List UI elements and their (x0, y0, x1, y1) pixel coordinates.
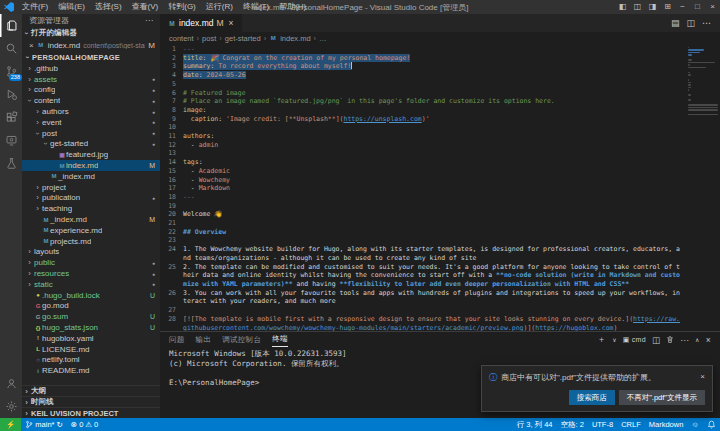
editor-line[interactable]: 4date: 2024-05-26 (160, 71, 686, 80)
editor-line[interactable]: 12 - admin (160, 141, 686, 150)
tree-item[interactable]: ›teaching (22, 203, 160, 214)
tree-item[interactable]: Ggo.sumU (22, 311, 160, 322)
editor-line[interactable]: 7# Place an image named `featured.jpg/pn… (160, 97, 686, 106)
editor-line[interactable]: 22## Overview (160, 228, 686, 237)
open-editors-section[interactable]: › 打开的编辑器 (22, 27, 160, 39)
editor-line[interactable]: 11authors: (160, 132, 686, 141)
tree-item[interactable]: ›.github (22, 63, 160, 74)
menu-item[interactable]: 运行(R) (201, 0, 238, 14)
menu-item[interactable]: 转到(G) (163, 0, 201, 14)
tab-index-md[interactable]: M index.md M × (160, 14, 242, 32)
tree-item[interactable]: ›public● (22, 257, 160, 268)
breadcrumb[interactable]: content›post›get-started›Mindex.md›… (160, 32, 720, 44)
editor-line[interactable]: 5 (160, 80, 686, 89)
minimap[interactable] (686, 44, 720, 331)
editor-line[interactable]: 15 - Academic (160, 167, 686, 176)
editor-line[interactable]: 1--- (160, 45, 686, 54)
tree-item[interactable]: !hugoblox.yaml (22, 333, 160, 344)
maximize-panel-icon[interactable]: ∧ (695, 336, 700, 343)
editor-line[interactable]: 252. The template can be modified and cu… (160, 263, 686, 289)
more-actions-icon[interactable]: ⋯ (145, 16, 153, 25)
explorer-icon[interactable] (0, 14, 22, 37)
menu-item[interactable]: 选择(S) (90, 0, 127, 14)
tree-item[interactable]: ›layouts (22, 247, 160, 258)
split-terminal-icon[interactable]: ◫ (652, 335, 660, 345)
tree-item[interactable]: Mindex.mdM (22, 160, 160, 171)
run-and-debug-icon[interactable] (0, 83, 22, 106)
tree-item[interactable]: M_index.mdM (22, 214, 160, 225)
search-icon[interactable] (0, 37, 22, 60)
account-icon[interactable] (0, 372, 22, 395)
split-editor-icon[interactable]: ◫ (686, 18, 695, 28)
terminal-instance[interactable]: ▣ cmd (623, 336, 646, 344)
editor-line[interactable]: 18--- (160, 193, 686, 202)
editor-line[interactable]: 14tags: (160, 158, 686, 167)
panel-tab-输出[interactable]: 输出 (196, 332, 212, 347)
breadcrumb-item[interactable]: get-started (225, 34, 261, 43)
tree-item[interactable]: ›content● (22, 95, 160, 106)
tree-item[interactable]: M_index.md (22, 171, 160, 182)
close-icon[interactable]: × (229, 18, 234, 28)
tree-item[interactable]: Mprojects.md (22, 236, 160, 247)
editor-line[interactable]: 3summary: To record everything about mys… (160, 62, 686, 71)
toggle-panel-icon[interactable]: ◫ (630, 0, 645, 14)
editor-line[interactable]: 27 (160, 306, 686, 315)
tree-item[interactable]: ›project (22, 182, 160, 193)
close-icon[interactable]: × (29, 41, 34, 50)
breadcrumb-item[interactable]: … (319, 34, 327, 43)
tree-item[interactable]: ›config● (22, 85, 160, 96)
breadcrumb-item[interactable]: index.md (280, 34, 310, 43)
menu-item[interactable]: 编辑(E) (53, 0, 90, 14)
close-icon[interactable]: × (705, 0, 720, 14)
tree-item[interactable]: Mexperience.md (22, 225, 160, 236)
notifications-bell-icon[interactable] (703, 418, 720, 431)
new-terminal-icon[interactable]: ＋ (597, 334, 606, 346)
tree-item[interactable]: ›static● (22, 279, 160, 290)
tree-item[interactable]: ›event● (22, 117, 160, 128)
editor-line[interactable]: 16 - Wowchemy (160, 176, 686, 185)
git-branch-status[interactable]: main* ↻ (21, 418, 66, 431)
customize-layout-icon[interactable]: ⊞ (660, 0, 675, 14)
panel-tab-终端[interactable]: 终端 (272, 332, 288, 347)
remote-explorer-icon[interactable] (0, 129, 22, 152)
toggle-secondary-sidebar-icon[interactable]: ◨ (645, 0, 660, 14)
source-control-icon[interactable]: 238 (0, 60, 22, 83)
tree-item[interactable]: ›get-started● (22, 139, 160, 150)
tree-item[interactable]: ●.hugo_build.lockU (22, 290, 160, 301)
settings-gear-icon[interactable] (0, 395, 22, 418)
open-preview-icon[interactable]: ▤ (671, 18, 680, 28)
indentation[interactable]: 空格: 2 (557, 418, 588, 431)
editor-line[interactable]: 23 (160, 236, 686, 245)
tree-item[interactable]: ○netlify.toml (22, 355, 160, 366)
editor-line[interactable]: 13 (160, 149, 686, 158)
minimize-icon[interactable]: − (675, 0, 690, 14)
trash-icon[interactable] (666, 335, 674, 344)
panel-tab-调试控制台[interactable]: 调试控制台 (222, 332, 261, 347)
tree-item[interactable]: ›resources● (22, 268, 160, 279)
cursor-position[interactable]: 行 3, 列 44 (513, 418, 557, 431)
editor-line[interactable]: 19 (160, 202, 686, 211)
tree-item[interactable]: ▣featured.jpg (22, 149, 160, 160)
editor-line[interactable]: 9 caption: 'Image credit: [**Unsplash**]… (160, 115, 686, 124)
menu-item[interactable]: 文件(F) (17, 0, 53, 14)
encoding[interactable]: UTF-8 (588, 418, 617, 431)
open-editor-item[interactable]: × M index.md content\post\get-start... M (22, 39, 160, 51)
tree-item[interactable]: Ggo.mod (22, 301, 160, 312)
search-marketplace-button[interactable]: 搜索商店 (569, 390, 615, 405)
editor-line[interactable]: 2title: 🎉 Congrat on the creation of my … (160, 54, 686, 63)
eol-sequence[interactable]: CRLF (617, 418, 645, 431)
more-actions-icon[interactable]: ⋯ (702, 18, 711, 28)
menu-item[interactable]: 查看(V) (127, 0, 164, 14)
sidebar-section-时间线[interactable]: ›时间线 (22, 396, 160, 407)
close-icon[interactable]: × (694, 372, 705, 381)
editor-line[interactable]: 17 - Markdown (160, 184, 686, 193)
editor-body[interactable]: 1---2title: 🎉 Congrat on the creation of… (160, 44, 720, 331)
editor-line[interactable]: 10 (160, 123, 686, 132)
tree-item[interactable]: ›assets● (22, 74, 160, 85)
maximize-icon[interactable]: □ (690, 0, 705, 14)
editor-line[interactable]: 6# Featured image (160, 89, 686, 98)
more-actions-icon[interactable]: ⋯ (680, 335, 689, 345)
testing-icon[interactable] (0, 152, 22, 175)
breadcrumb-item[interactable]: content (169, 34, 194, 43)
editor-line[interactable]: 21 (160, 219, 686, 228)
